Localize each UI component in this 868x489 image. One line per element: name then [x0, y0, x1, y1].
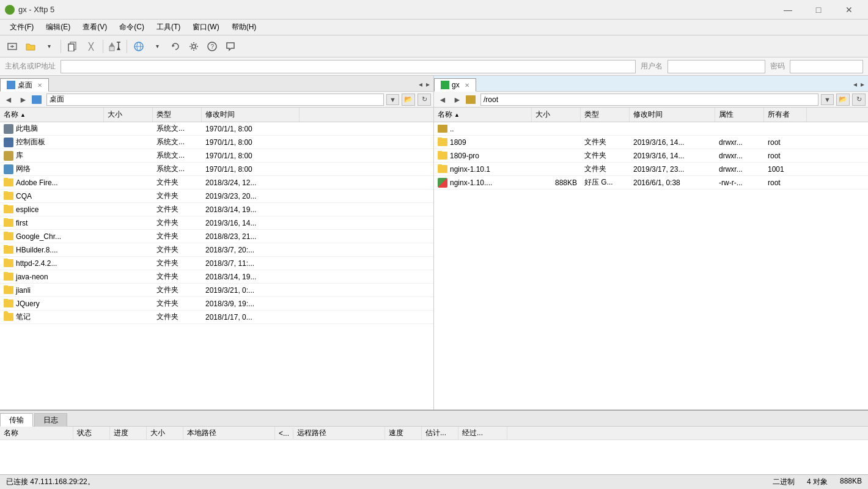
- folder-icon: [4, 192, 13, 200]
- address-input[interactable]: [61, 60, 636, 73]
- restore-button[interactable]: □: [804, 1, 833, 18]
- right-col-header-owner[interactable]: 所有者: [764, 108, 807, 122]
- right-col-header-name[interactable]: 名称: [434, 108, 532, 122]
- minimize-button[interactable]: —: [774, 1, 802, 18]
- table-row[interactable]: nginx-1.10....888KB好压 G...2016/6/1, 0:38…: [434, 176, 868, 189]
- password-input[interactable]: [790, 60, 863, 73]
- address-label: 主机名或IP地址: [5, 61, 56, 72]
- table-row[interactable]: java-neon文件夹2018/3/14, 19...: [0, 270, 433, 284]
- username-input[interactable]: [668, 60, 765, 73]
- folder-icon: [438, 138, 447, 146]
- svg-rect-4: [68, 44, 74, 51]
- right-tab-prev[interactable]: ◂: [852, 80, 858, 89]
- menu-item-命令(C)[interactable]: 命令(C): [114, 21, 149, 34]
- separator-1: [61, 40, 61, 53]
- right-tab-gx[interactable]: gx ✕: [434, 78, 476, 92]
- table-row[interactable]: 控制面板系统文...1970/1/1, 8:00: [0, 136, 433, 149]
- svg-point-16: [192, 45, 196, 48]
- table-row[interactable]: 笔记文件夹2018/1/17, 0...: [0, 311, 433, 324]
- right-col-header-size[interactable]: 大小: [532, 108, 581, 122]
- right-panel-tabs: gx ✕ ◂ ▸: [434, 76, 868, 92]
- right-path-dropdown[interactable]: ▼: [821, 94, 834, 105]
- right-file-list-header: 名称 大小 类型 修改时间 属性 所有者: [434, 108, 868, 122]
- right-back-button[interactable]: ◄: [436, 94, 449, 106]
- table-row[interactable]: 此电脑系统文...1970/1/1, 8:00: [0, 122, 433, 136]
- browser-dropdown[interactable]: ▾: [149, 38, 166, 55]
- copy-button[interactable]: [64, 38, 81, 55]
- menu-item-编辑(E)[interactable]: 编辑(E): [41, 21, 75, 34]
- upload-button[interactable]: [106, 38, 123, 55]
- menu-item-文件(F)[interactable]: 文件(F): [5, 21, 39, 34]
- right-file-list: ..1809文件夹2019/3/16, 14...drwxr...root180…: [434, 122, 868, 189]
- table-row[interactable]: HBuilder.8....文件夹2018/3/7, 20:...: [0, 243, 433, 257]
- right-browse-button[interactable]: 📂: [836, 94, 850, 106]
- settings-button[interactable]: [185, 38, 202, 55]
- cut-button[interactable]: [83, 38, 100, 55]
- close-button[interactable]: ✕: [835, 1, 863, 18]
- title-left: gx - Xftp 5: [5, 5, 54, 15]
- left-panel-tabs: 桌面 ✕ ◂ ▸: [0, 76, 433, 92]
- right-tab-close[interactable]: ✕: [465, 82, 469, 89]
- table-row[interactable]: nginx-1.10.1文件夹2019/3/17, 23...drwxr...1…: [434, 163, 868, 176]
- left-col-header-type[interactable]: 类型: [153, 108, 202, 122]
- left-forward-button[interactable]: ►: [17, 94, 29, 106]
- svg-text:?: ?: [211, 43, 215, 50]
- table-row[interactable]: Adobe Fire...文件夹2018/3/24, 12...: [0, 176, 433, 189]
- table-row[interactable]: ..: [434, 122, 868, 136]
- table-row[interactable]: JQuery文件夹2018/3/9, 19:...: [0, 297, 433, 311]
- folder-icon: [4, 205, 13, 213]
- table-row[interactable]: esplice文件夹2018/3/14, 19...: [0, 203, 433, 216]
- transfer-col-estimate: 估计...: [422, 427, 458, 439]
- menu-item-窗口(W)[interactable]: 窗口(W): [188, 21, 224, 34]
- table-row[interactable]: CQA文件夹2019/3/23, 20...: [0, 189, 433, 203]
- menu-item-帮助(H)[interactable]: 帮助(H): [227, 21, 262, 34]
- transfer-col-speed: 速度: [385, 427, 422, 439]
- right-col-header-type[interactable]: 类型: [581, 108, 630, 122]
- file-name: 控制面板: [16, 137, 45, 147]
- left-tab-desktop[interactable]: 桌面 ✕: [0, 78, 49, 92]
- right-panel: gx ✕ ◂ ▸ ◄ ► ▼ 📂 ↻ 名称 大小 类型 修改时间: [434, 76, 868, 410]
- table-row[interactable]: 1809文件夹2019/3/16, 14...drwxr...root: [434, 136, 868, 149]
- left-tab-next[interactable]: ▸: [425, 80, 431, 89]
- chat-button[interactable]: [222, 38, 239, 55]
- left-browse-button[interactable]: 📂: [402, 94, 415, 106]
- left-tab-close[interactable]: ✕: [37, 82, 42, 89]
- transfer-col-progress: 进度: [110, 427, 147, 439]
- help-button[interactable]: ?: [204, 38, 221, 55]
- right-forward-button[interactable]: ►: [451, 94, 463, 106]
- menu-item-工具(T)[interactable]: 工具(T): [152, 21, 185, 34]
- left-refresh-button[interactable]: ↻: [417, 94, 431, 106]
- right-path-input[interactable]: [480, 94, 818, 106]
- transfer-tab-log[interactable]: 日志: [34, 413, 67, 427]
- refresh-button[interactable]: [167, 38, 184, 55]
- folder-icon: [4, 232, 13, 240]
- left-back-button[interactable]: ◄: [2, 94, 15, 106]
- left-col-header-date[interactable]: 修改时间: [202, 108, 300, 122]
- left-path-dropdown[interactable]: ▼: [386, 94, 399, 105]
- transfer-tab-transfer[interactable]: 传输: [0, 413, 33, 427]
- table-row[interactable]: Google_Chr...文件夹2018/8/23, 21...: [0, 230, 433, 243]
- folder-icon: [438, 152, 447, 160]
- table-row[interactable]: first文件夹2019/3/16, 14...: [0, 216, 433, 230]
- table-row[interactable]: 库系统文...1970/1/1, 8:00: [0, 149, 433, 163]
- right-refresh-button[interactable]: ↻: [852, 94, 866, 106]
- table-row[interactable]: httpd-2.4.2...文件夹2018/3/7, 11:...: [0, 257, 433, 270]
- parent-folder-icon: [438, 125, 447, 133]
- table-row[interactable]: 1809-pro文件夹2019/3/16, 14...drwxr...root: [434, 149, 868, 163]
- open-button[interactable]: [22, 38, 39, 55]
- left-col-header-size[interactable]: 大小: [104, 108, 153, 122]
- menu-item-查看(V)[interactable]: 查看(V): [78, 21, 112, 34]
- open-dropdown[interactable]: ▾: [40, 38, 57, 55]
- table-row[interactable]: jianli文件夹2019/3/21, 0:...: [0, 284, 433, 297]
- right-col-header-date[interactable]: 修改时间: [630, 108, 715, 122]
- left-path-input[interactable]: [46, 94, 384, 106]
- table-row[interactable]: 网络系统文...1970/1/1, 8:00: [0, 163, 433, 176]
- left-tab-prev[interactable]: ◂: [417, 80, 424, 89]
- new-tab-button[interactable]: [4, 38, 21, 55]
- right-tab-next[interactable]: ▸: [859, 80, 866, 89]
- network-icon: [4, 164, 13, 174]
- file-name: jianli: [16, 286, 31, 295]
- browser-button[interactable]: [130, 38, 147, 55]
- left-col-header-name[interactable]: 名称: [0, 108, 104, 122]
- right-col-header-attr[interactable]: 属性: [715, 108, 764, 122]
